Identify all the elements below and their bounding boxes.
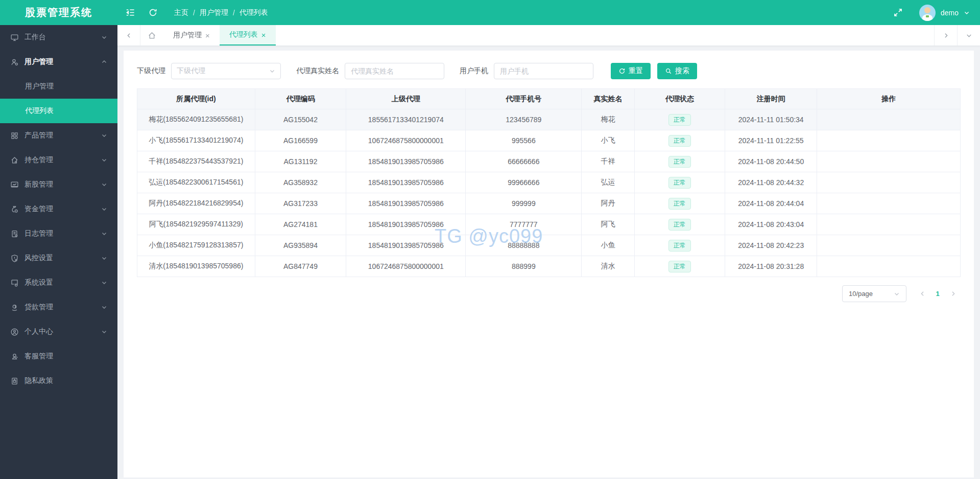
close-icon[interactable]: ×	[205, 32, 210, 39]
search-button[interactable]: 搜索	[657, 63, 697, 79]
agent-select[interactable]: 下级代理	[171, 63, 281, 79]
tabbar: 用户管理 × 代理列表 ×	[117, 25, 980, 46]
breadcrumb-user-management[interactable]: 用户管理	[200, 8, 228, 17]
cell-agent-phone: 99966666	[466, 172, 582, 193]
sidebar-item[interactable]: 工作台	[0, 25, 117, 50]
chevron-down-icon	[101, 59, 107, 65]
chevron-down-icon	[101, 157, 107, 163]
cell-operation	[817, 151, 961, 172]
sidebar-item[interactable]: 产品管理	[0, 123, 117, 148]
sidebar-item[interactable]: 用户管理	[0, 74, 117, 99]
cell-operation	[817, 256, 961, 277]
sidebar-item-label: 个人中心	[25, 327, 53, 336]
sidebar-item[interactable]: 系统设置	[0, 270, 117, 295]
cell-agent-code: AG155042	[255, 109, 346, 130]
cell-agent-phone: 888999	[466, 256, 582, 277]
avatar[interactable]	[919, 5, 936, 21]
reset-button[interactable]: 重置	[611, 63, 651, 79]
phone-input[interactable]	[494, 63, 593, 79]
menu-fold-icon[interactable]	[126, 8, 135, 17]
tabs-menu-icon[interactable]	[957, 25, 980, 45]
tab-user-management[interactable]: 用户管理 ×	[163, 25, 220, 45]
cell-agent-code: AG166599	[255, 130, 346, 151]
header-right: demo	[893, 5, 970, 21]
table-column-header: 代理状态	[634, 89, 725, 109]
loan-icon	[10, 303, 19, 312]
sidebar-item[interactable]: 个人中心	[0, 320, 117, 344]
sidebar-item[interactable]: 贷款管理	[0, 295, 117, 320]
fullscreen-icon[interactable]	[893, 8, 903, 17]
cell-register-time: 2024-11-11 01:50:34	[725, 109, 817, 130]
reset-refresh-icon	[618, 67, 626, 75]
page-number[interactable]: 1	[930, 290, 945, 298]
status-badge: 正常	[668, 135, 691, 147]
table-column-header: 代理编码	[255, 89, 346, 109]
sidebar-item-label: 风控设置	[25, 254, 53, 263]
cell-agent-phone: 999999	[466, 193, 582, 214]
cell-agent-phone: 995566	[466, 130, 582, 151]
sidebar-item[interactable]: 代理列表	[0, 99, 117, 123]
search-icon	[665, 67, 672, 75]
cell-agent-code: AG274181	[255, 214, 346, 235]
cell-operation	[817, 172, 961, 193]
cell-status: 正常	[634, 193, 725, 214]
positions-icon	[10, 156, 19, 165]
table-row: 梅花(1855624091235655681) AG155042 1855617…	[137, 109, 961, 130]
tab-agent-list[interactable]: 代理列表 ×	[220, 25, 276, 45]
privacy-icon	[10, 377, 19, 385]
tabs-scroll-right-icon[interactable]	[934, 25, 957, 45]
next-page-icon[interactable]	[945, 290, 961, 297]
sidebar-item-label: 资金管理	[25, 204, 53, 214]
cell-agent-id: 小鱼(1854821759128313857)	[137, 235, 255, 256]
cell-status: 正常	[634, 151, 725, 172]
chevron-down-icon	[101, 181, 107, 188]
sidebar-item-label: 持仓管理	[25, 155, 53, 165]
table-header: 所属代理(id)代理编码上级代理代理手机号真实姓名代理状态注册时间操作	[137, 89, 961, 109]
agent-select-placeholder: 下级代理	[177, 66, 205, 76]
newstock-icon	[10, 180, 19, 189]
close-icon[interactable]: ×	[261, 31, 266, 39]
breadcrumb-separator: /	[193, 9, 195, 17]
sidebar-item[interactable]: 持仓管理	[0, 148, 117, 172]
table-row: 清水(1854819013985705986) AG847749 1067246…	[137, 256, 961, 277]
home-icon[interactable]	[140, 25, 163, 45]
chevron-down-icon	[101, 255, 107, 261]
refresh-icon[interactable]	[148, 8, 158, 17]
app-title: 股票管理系统	[0, 6, 117, 19]
prev-page-icon[interactable]	[915, 290, 930, 297]
caret-down-icon[interactable]	[964, 10, 970, 16]
sidebar-item[interactable]: 风控设置	[0, 246, 117, 270]
sidebar-item[interactable]: 资金管理	[0, 197, 117, 221]
status-badge: 正常	[668, 219, 691, 231]
sidebar-item[interactable]: 隐私政策	[0, 369, 117, 393]
tabs-scroll-left-icon[interactable]	[117, 25, 140, 45]
breadcrumb: 主页 / 用户管理 / 代理列表	[174, 8, 268, 17]
sidebar-item[interactable]: 日志管理	[0, 221, 117, 246]
status-badge: 正常	[668, 198, 691, 210]
profile-icon	[10, 328, 19, 336]
sidebar-item-label: 代理列表	[25, 106, 54, 116]
sidebar-item[interactable]: 客服管理	[0, 344, 117, 369]
sidebar-item[interactable]: 新股管理	[0, 172, 117, 197]
table-column-header: 注册时间	[725, 89, 817, 109]
sidebar-item-label: 工作台	[25, 33, 46, 42]
cell-agent-id: 弘运(1854822300617154561)	[137, 172, 255, 193]
tab-label: 代理列表	[229, 30, 258, 39]
cell-register-time: 2024-11-08 20:43:04	[725, 214, 817, 235]
system-icon	[10, 279, 19, 287]
username[interactable]: demo	[941, 9, 959, 17]
breadcrumb-home[interactable]: 主页	[174, 8, 188, 17]
status-badge: 正常	[668, 177, 691, 189]
chevron-down-icon	[101, 206, 107, 212]
page-size-select[interactable]: 10/page	[842, 285, 906, 302]
breadcrumb-agent-list[interactable]: 代理列表	[240, 8, 268, 17]
real-name-input[interactable]	[345, 63, 444, 79]
status-badge: 正常	[668, 156, 691, 168]
cell-status: 正常	[634, 214, 725, 235]
table-row: 小飞(1855617133401219074) AG166599 1067246…	[137, 130, 961, 151]
cell-operation	[817, 214, 961, 235]
chevron-down-icon	[269, 68, 275, 74]
cell-real-name: 千祥	[582, 151, 634, 172]
cell-operation	[817, 109, 961, 130]
sidebar-item[interactable]: 用户管理	[0, 50, 117, 74]
